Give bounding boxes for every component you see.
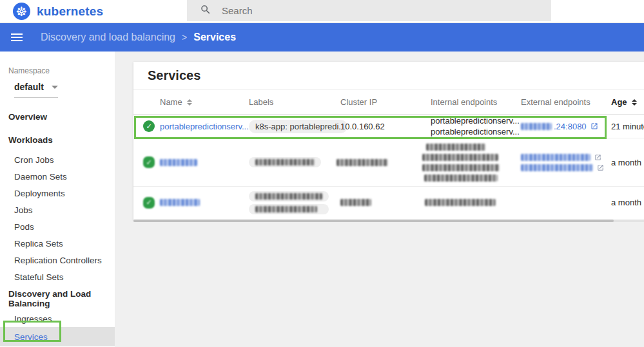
sidebar-section-workloads[interactable]: Workloads: [0, 131, 115, 148]
open-in-new-icon: [590, 122, 598, 130]
redacted-internal-endpoints: [425, 199, 496, 206]
global-search[interactable]: [187, 0, 551, 21]
top-bar: ☸ kubernetes: [0, 0, 644, 23]
external-endpoint[interactable]: .24:8080: [521, 115, 598, 138]
label-chip: [249, 157, 321, 167]
label-chips: [249, 191, 329, 214]
column-header-external-endpoints: External endpoints: [521, 90, 590, 114]
sidebar-item-deployments[interactable]: Deployments: [0, 185, 115, 202]
table-row: ✓ a month: [133, 187, 644, 218]
search-input[interactable]: [222, 5, 505, 16]
sort-icon: [187, 99, 192, 106]
table-row: ✓ a month: [133, 138, 644, 187]
sidebar-item-services[interactable]: Services: [0, 327, 115, 346]
sidebar-item-overview[interactable]: Overview: [0, 108, 115, 125]
age-value: a month: [611, 138, 641, 186]
namespace-value: default: [14, 82, 44, 92]
column-header-internal-endpoints: Internal endpoints: [431, 90, 497, 114]
app-bar: Discovery and load balancing > Services: [0, 23, 644, 52]
redacted-service-name[interactable]: [160, 199, 200, 206]
status-ok-icon: ✓: [143, 138, 155, 186]
sidebar-item-replica-sets[interactable]: Replica Sets: [0, 235, 115, 252]
kubernetes-dashboard: ☸ kubernetes Discovery and load balancin…: [0, 0, 644, 347]
column-header-name[interactable]: Name: [160, 90, 192, 114]
horizontal-scrollbar[interactable]: [133, 220, 644, 222]
age-value: 21 minutes: [611, 115, 644, 138]
search-icon: [200, 4, 211, 18]
redacted-internal-endpoints: [422, 144, 500, 182]
cluster-ip-value: 10.0.160.62: [340, 115, 385, 138]
sidebar-nav: Overview Workloads Cron Jobs Daemon Sets…: [0, 108, 115, 346]
breadcrumb-parent[interactable]: Discovery and load balancing: [41, 32, 175, 43]
age-value: a month: [611, 187, 641, 218]
redacted-text: [255, 193, 322, 200]
services-card: Services Name Labels Cluster IP Internal…: [133, 62, 644, 220]
service-name-link[interactable]: portablepredictionserv...: [160, 122, 249, 131]
status-ok-icon: ✓: [143, 187, 155, 218]
redacted-text: [255, 159, 315, 165]
page-title: Services: [148, 68, 200, 83]
sort-icon: [632, 99, 637, 106]
internal-endpoints: portablepredictionserv... portablepredic…: [431, 116, 520, 136]
sidebar-item-ingresses[interactable]: Ingresses: [0, 310, 115, 327]
sidebar-section-discovery-and-load-balancing[interactable]: Discovery and Load Balancing: [0, 290, 115, 307]
breadcrumb-current: Services: [193, 32, 236, 43]
scrollbar-thumb[interactable]: [133, 220, 614, 222]
sidebar-item-jobs[interactable]: Jobs: [0, 202, 115, 218]
label-chip: k8s-app: portablepredi.: [249, 120, 347, 133]
sidebar-item-stateful-sets[interactable]: Stateful Sets: [0, 268, 115, 285]
table-row: ✓ portablepredictionserv... k8s-app: por…: [133, 115, 644, 138]
redacted-external-endpoints[interactable]: [521, 154, 604, 171]
open-in-new-icon: [594, 154, 601, 161]
brand-wordmark: kubernetes: [37, 5, 103, 19]
redacted-cluster-ip: [337, 159, 388, 166]
sidebar-item-cron-jobs[interactable]: Cron Jobs: [0, 151, 115, 168]
column-header-cluster-ip: Cluster IP: [340, 90, 377, 114]
namespace-select[interactable]: default: [14, 82, 58, 98]
open-in-new-icon: [597, 164, 604, 171]
chevron-down-icon: [52, 86, 58, 89]
card-title-row: Services: [133, 62, 644, 90]
external-endpoint-link: .24:8080: [554, 122, 587, 131]
redacted-text: [521, 123, 552, 130]
sidebar-item-daemon-sets[interactable]: Daemon Sets: [0, 168, 115, 185]
brand[interactable]: ☸ kubernetes: [13, 3, 103, 20]
sidebar: Namespace default Overview Workloads Cro…: [0, 52, 115, 347]
status-ok-icon: ✓: [143, 115, 155, 138]
kubernetes-logo-icon: ☸: [13, 3, 30, 20]
sidebar-item-pods[interactable]: Pods: [0, 218, 115, 235]
redacted-text: [255, 206, 317, 212]
breadcrumb-separator: >: [182, 32, 187, 42]
redacted-cluster-ip: [340, 199, 371, 206]
namespace-label: Namespace: [8, 66, 115, 75]
column-header-age[interactable]: Age: [611, 90, 637, 114]
menu-icon[interactable]: [11, 32, 23, 43]
table-header: Name Labels Cluster IP Internal endpoint…: [133, 90, 644, 115]
breadcrumb: Discovery and load balancing > Services: [41, 32, 236, 43]
column-header-labels: Labels: [249, 90, 273, 114]
redacted-service-name[interactable]: [160, 159, 197, 166]
sidebar-item-replication-controllers[interactable]: Replication Controllers: [0, 252, 115, 268]
